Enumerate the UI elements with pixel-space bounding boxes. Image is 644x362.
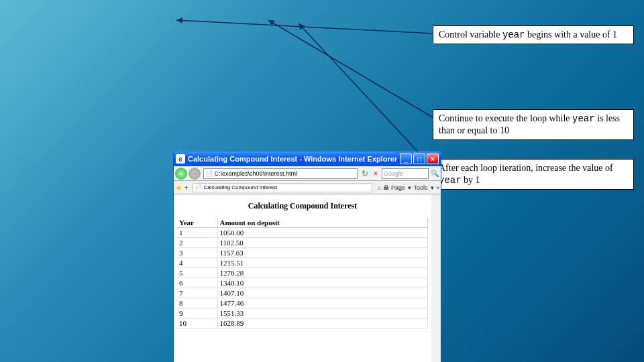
search-input[interactable]: Google: [382, 168, 429, 179]
table-row: 51276.28: [177, 268, 428, 278]
cell-year: 1: [177, 228, 217, 238]
cell-amount: 1551.33: [217, 308, 428, 318]
page-icon: 📄: [205, 170, 213, 177]
ie-icon: e: [176, 154, 185, 164]
favorites-icon[interactable]: ★: [175, 183, 182, 192]
window-title: Calculating Compound Interest - Windows …: [188, 155, 397, 163]
cell-year: 4: [177, 258, 217, 268]
table-row: 41215.51: [177, 258, 428, 268]
callout-increment: After each loop iteration, increase the …: [433, 159, 634, 190]
svg-line-2: [299, 23, 433, 168]
print-button[interactable]: 🖶: [383, 184, 389, 191]
callout-condition: Continue to execute the loop while year …: [433, 109, 634, 140]
back-button[interactable]: ←: [175, 168, 187, 180]
cell-year: 9: [177, 308, 217, 318]
tools-menu[interactable]: Tools ▾: [413, 184, 434, 191]
cell-amount: 1628.89: [217, 318, 428, 328]
browser-window: e Calculating Compound Interest - Window…: [173, 152, 441, 362]
table-row: 11050.00: [177, 228, 428, 238]
close-button[interactable]: ×: [427, 154, 439, 164]
table-row: 61340.10: [177, 278, 428, 288]
page-viewport: ▲ ▼ Calculating Compound Interest Year A…: [174, 194, 441, 362]
cell-amount: 1157.63: [217, 248, 428, 258]
forward-button[interactable]: →: [189, 168, 201, 180]
cell-amount: 1340.10: [217, 278, 428, 288]
col-amount: Amount on deposit: [217, 218, 428, 228]
scrollbar-track[interactable]: [431, 194, 441, 362]
cell-amount: 1050.00: [217, 228, 428, 238]
reload-button[interactable]: ↻: [360, 169, 370, 178]
table-row: 81477.46: [177, 298, 428, 308]
cell-year: 10: [177, 318, 217, 328]
cell-amount: 1215.51: [217, 258, 428, 268]
add-favorite-icon[interactable]: +: [184, 184, 188, 191]
cell-amount: 1407.10: [217, 288, 428, 298]
tab-page-icon: 📄: [195, 184, 202, 190]
scroll-up-button[interactable]: ▲: [431, 194, 441, 204]
stop-button[interactable]: ×: [371, 169, 380, 178]
cell-amount: 1276.28: [217, 268, 428, 278]
svg-line-1: [268, 20, 433, 117]
toolbar-overflow[interactable]: »: [436, 184, 439, 191]
table-row: 71407.10: [177, 288, 428, 298]
table-row: 21102.50: [177, 238, 428, 248]
table-row: 31157.63: [177, 248, 428, 258]
url-input[interactable]: 📄 C:\examples\ch09\interest.html: [203, 168, 358, 179]
minimize-button[interactable]: _: [400, 154, 412, 164]
cell-year: 2: [177, 238, 217, 248]
address-bar: ← → 📄 C:\examples\ch09\interest.html ↻ ×…: [174, 166, 441, 181]
cell-amount: 1102.50: [217, 238, 428, 248]
interest-table: Year Amount on deposit 11050.0021102.503…: [177, 218, 428, 328]
page-menu[interactable]: Page ▾: [391, 184, 412, 191]
table-row: 101628.89: [177, 318, 428, 328]
toolbar: ★ + 📄 Calculating Compound Interest ⌂ 🖶 …: [174, 181, 441, 194]
scrollbar-thumb[interactable]: [432, 204, 440, 231]
cell-year: 7: [177, 288, 217, 298]
cell-year: 3: [177, 248, 217, 258]
home-button[interactable]: ⌂: [377, 184, 380, 191]
cell-year: 8: [177, 298, 217, 308]
col-year: Year: [177, 218, 217, 228]
callout-init: Control variable year begins with a valu…: [433, 25, 634, 44]
cell-year: 6: [177, 278, 217, 288]
table-row: 91551.33: [177, 308, 428, 318]
tab[interactable]: 📄 Calculating Compound Interest: [193, 183, 372, 192]
maximize-button[interactable]: □: [413, 154, 425, 164]
svg-line-0: [176, 20, 433, 34]
cell-amount: 1477.46: [217, 298, 428, 308]
scroll-down-button[interactable]: ▼: [431, 359, 441, 362]
title-bar[interactable]: e Calculating Compound Interest - Window…: [174, 152, 441, 166]
search-go-button[interactable]: 🔍: [430, 169, 439, 178]
page-heading: Calculating Compound Interest: [174, 194, 431, 218]
cell-year: 5: [177, 268, 217, 278]
